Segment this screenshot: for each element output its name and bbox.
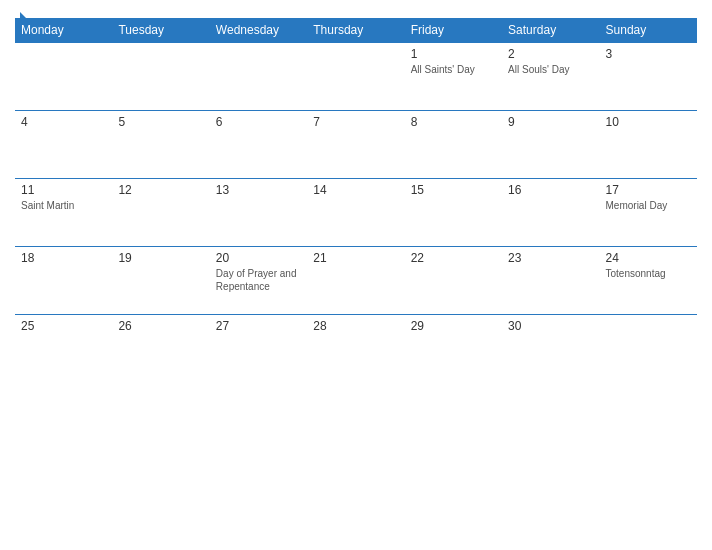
calendar-cell: 28 — [307, 315, 404, 383]
weekday-header: Sunday — [600, 18, 697, 43]
calendar-week-row: 181920Day of Prayer and Repentance212223… — [15, 247, 697, 315]
calendar-cell: 30 — [502, 315, 599, 383]
weekday-header: Saturday — [502, 18, 599, 43]
day-number: 25 — [21, 319, 106, 333]
weekday-header: Wednesday — [210, 18, 307, 43]
calendar-header: MondayTuesdayWednesdayThursdayFridaySatu… — [15, 18, 697, 43]
day-number: 12 — [118, 183, 203, 197]
calendar-cell: 9 — [502, 111, 599, 179]
day-number: 21 — [313, 251, 398, 265]
logo-triangle-icon — [20, 12, 29, 21]
calendar-cell: 22 — [405, 247, 502, 315]
calendar-cell: 3 — [600, 43, 697, 111]
day-number: 18 — [21, 251, 106, 265]
calendar-cell: 27 — [210, 315, 307, 383]
calendar-cell: 6 — [210, 111, 307, 179]
day-number: 10 — [606, 115, 691, 129]
calendar-cell: 29 — [405, 315, 502, 383]
day-number: 17 — [606, 183, 691, 197]
calendar-cell: 12 — [112, 179, 209, 247]
calendar-cell: 11Saint Martin — [15, 179, 112, 247]
page: MondayTuesdayWednesdayThursdayFridaySatu… — [0, 0, 712, 550]
calendar-cell: 10 — [600, 111, 697, 179]
weekday-header: Monday — [15, 18, 112, 43]
weekday-header: Tuesday — [112, 18, 209, 43]
weekday-header: Friday — [405, 18, 502, 43]
day-number: 24 — [606, 251, 691, 265]
day-number: 11 — [21, 183, 106, 197]
calendar-cell — [15, 43, 112, 111]
day-number: 14 — [313, 183, 398, 197]
day-number: 26 — [118, 319, 203, 333]
day-number: 30 — [508, 319, 593, 333]
calendar-cell: 15 — [405, 179, 502, 247]
day-number: 9 — [508, 115, 593, 129]
calendar-body: 1All Saints' Day2All Souls' Day345678910… — [15, 43, 697, 383]
day-number: 15 — [411, 183, 496, 197]
calendar-cell: 18 — [15, 247, 112, 315]
holiday-label: All Souls' Day — [508, 63, 593, 76]
day-number: 16 — [508, 183, 593, 197]
calendar-cell: 5 — [112, 111, 209, 179]
calendar-cell: 23 — [502, 247, 599, 315]
day-number: 7 — [313, 115, 398, 129]
day-number: 29 — [411, 319, 496, 333]
day-number: 20 — [216, 251, 301, 265]
day-number: 23 — [508, 251, 593, 265]
day-number: 19 — [118, 251, 203, 265]
day-number: 3 — [606, 47, 691, 61]
calendar-cell: 21 — [307, 247, 404, 315]
day-number: 8 — [411, 115, 496, 129]
day-number: 28 — [313, 319, 398, 333]
day-number: 5 — [118, 115, 203, 129]
day-number: 27 — [216, 319, 301, 333]
calendar-week-row: 252627282930 — [15, 315, 697, 383]
calendar-cell: 24Totensonntag — [600, 247, 697, 315]
calendar-cell: 13 — [210, 179, 307, 247]
holiday-label: Memorial Day — [606, 199, 691, 212]
calendar-cell: 14 — [307, 179, 404, 247]
calendar-cell — [112, 43, 209, 111]
holiday-label: All Saints' Day — [411, 63, 496, 76]
calendar-cell — [210, 43, 307, 111]
day-number: 1 — [411, 47, 496, 61]
calendar-week-row: 1All Saints' Day2All Souls' Day3 — [15, 43, 697, 111]
calendar-cell — [600, 315, 697, 383]
calendar-week-row: 45678910 — [15, 111, 697, 179]
calendar-cell: 8 — [405, 111, 502, 179]
weekday-header-row: MondayTuesdayWednesdayThursdayFridaySatu… — [15, 18, 697, 43]
calendar-cell: 1All Saints' Day — [405, 43, 502, 111]
calendar-cell: 20Day of Prayer and Repentance — [210, 247, 307, 315]
calendar-cell: 26 — [112, 315, 209, 383]
holiday-label: Day of Prayer and Repentance — [216, 267, 301, 293]
holiday-label: Saint Martin — [21, 199, 106, 212]
day-number: 6 — [216, 115, 301, 129]
calendar-cell: 4 — [15, 111, 112, 179]
day-number: 13 — [216, 183, 301, 197]
day-number: 4 — [21, 115, 106, 129]
calendar-cell: 19 — [112, 247, 209, 315]
calendar-table: MondayTuesdayWednesdayThursdayFridaySatu… — [15, 18, 697, 383]
calendar-cell: 25 — [15, 315, 112, 383]
holiday-label: Totensonntag — [606, 267, 691, 280]
calendar-cell: 17Memorial Day — [600, 179, 697, 247]
day-number: 22 — [411, 251, 496, 265]
calendar-cell — [307, 43, 404, 111]
calendar-cell: 2All Souls' Day — [502, 43, 599, 111]
calendar-cell: 16 — [502, 179, 599, 247]
weekday-header: Thursday — [307, 18, 404, 43]
calendar-week-row: 11Saint Martin121314151617Memorial Day — [15, 179, 697, 247]
day-number: 2 — [508, 47, 593, 61]
calendar-cell: 7 — [307, 111, 404, 179]
